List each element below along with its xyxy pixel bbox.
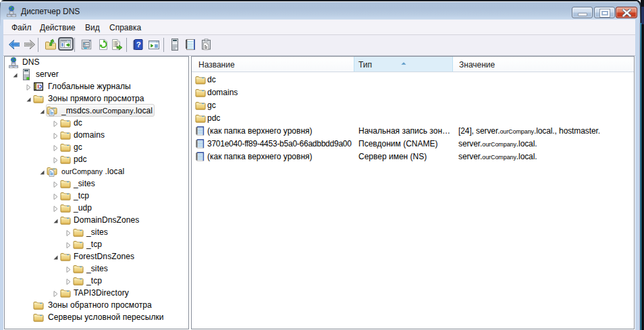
svg-text:?: ?: [136, 40, 141, 49]
